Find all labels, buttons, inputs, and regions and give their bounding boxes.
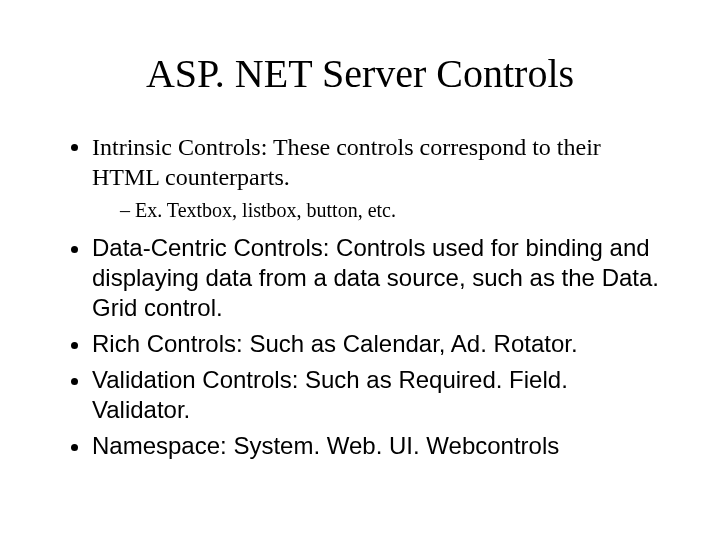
bullet-namespace: Namespace: System. Web. UI. Webcontrols: [92, 431, 670, 461]
slide: ASP. NET Server Controls Intrinsic Contr…: [0, 0, 720, 540]
sub-bullet-list: Ex. Textbox, listbox, button, etc.: [92, 198, 670, 223]
bullet-text: Intrinsic Controls: These controls corre…: [92, 134, 601, 190]
bullet-validation: Validation Controls: Such as Required. F…: [92, 365, 670, 425]
bullet-rich: Rich Controls: Such as Calendar, Ad. Rot…: [92, 329, 670, 359]
bullet-data-centric: Data-Centric Controls: Controls used for…: [92, 233, 670, 323]
bullet-list: Intrinsic Controls: These controls corre…: [50, 132, 670, 461]
slide-title: ASP. NET Server Controls: [50, 50, 670, 97]
bullet-intrinsic: Intrinsic Controls: These controls corre…: [92, 132, 670, 223]
sub-bullet-example: Ex. Textbox, listbox, button, etc.: [120, 198, 670, 223]
